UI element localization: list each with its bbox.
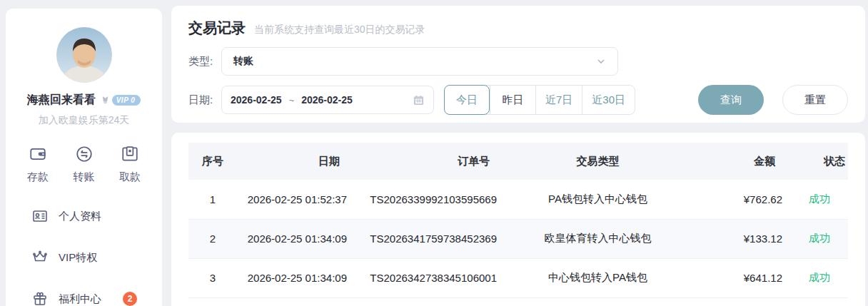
col-header-type: 交易类型 <box>507 143 689 180</box>
cell-index: 2 <box>188 219 237 258</box>
withdraw-action[interactable]: 取款 <box>119 145 141 184</box>
profile-label: 个人资料 <box>59 210 101 223</box>
date-range-input[interactable]: 2026-02-25 ~ 2026-02-25 <box>221 86 434 114</box>
search-button[interactable]: 查询 <box>698 85 764 115</box>
wallet-icon <box>29 145 47 165</box>
sidebar-item-profile[interactable]: 个人资料 <box>31 195 162 237</box>
deposit-label: 存款 <box>27 170 49 184</box>
table-header-row: 序号 日期 订单号 交易类型 金额 状态 <box>188 143 848 180</box>
withdraw-label: 取款 <box>119 170 141 184</box>
transaction-filter-panel: 交易记录 当前系统支持查询最近30日的交易记录 类型: 转账 日期: 2026-… <box>171 6 865 123</box>
vip-level-label: VIP 0 <box>112 95 141 106</box>
type-select-value: 转账 <box>233 55 253 68</box>
cell-date: 2026-02-25 01:34:09 <box>237 219 357 258</box>
username: 海燕回来看看 <box>27 93 96 108</box>
deposit-action[interactable]: 存款 <box>27 145 49 184</box>
reset-button[interactable]: 重置 <box>782 85 848 115</box>
quick-date-range-group: 今日 昨日 近7日 近30日 <box>444 85 635 115</box>
page-title: 交易记录 <box>188 19 246 38</box>
status-badge: 成功 <box>792 258 848 297</box>
table-row: 3 2026-02-25 01:34:09 TS2026342738345106… <box>188 258 848 297</box>
cell-type: 欧皇体育转入中心钱包 <box>507 219 689 258</box>
welfare-center-label: 福利中心 <box>59 292 101 306</box>
gift-icon <box>31 290 49 306</box>
col-header-amount: 金额 <box>689 143 792 180</box>
status-badge: 成功 <box>792 219 848 258</box>
cell-date: 2026-02-25 01:52:37 <box>237 180 357 219</box>
wallet-actions: 存款 转账 取款 <box>6 145 162 184</box>
withdraw-icon <box>121 145 139 165</box>
date-separator: ~ <box>289 95 295 106</box>
date-filter-label: 日期: <box>188 93 221 107</box>
cell-order-no: TS2026339992103595669 <box>357 180 507 219</box>
col-header-date: 日期 <box>237 143 357 180</box>
col-header-status: 状态 <box>792 143 848 180</box>
quick-range-today[interactable]: 今日 <box>444 85 490 115</box>
cell-order-no: TS2026342738345106001 <box>357 258 507 297</box>
crown-icon <box>31 249 49 266</box>
date-to-value: 2026-02-25 <box>301 94 353 106</box>
quick-range-30days[interactable]: 近30日 <box>582 86 635 114</box>
cell-index: 3 <box>188 258 237 297</box>
transfer-action[interactable]: 转账 <box>74 145 95 184</box>
transaction-table-panel: 序号 日期 订单号 交易类型 金额 状态 1 2026-02-25 01:52:… <box>171 133 865 306</box>
type-select[interactable]: 转账 <box>221 47 618 76</box>
page-subtitle: 当前系统支持查询最近30日的交易记录 <box>254 24 425 36</box>
vip-badge[interactable]: VIP 0 <box>100 95 141 106</box>
join-days-text: 加入欧皇娱乐第24天 <box>6 114 162 127</box>
cell-amount: ¥641.12 <box>689 258 792 297</box>
sidebar-item-vip[interactable]: VIP特权 <box>31 237 162 278</box>
avatar-image <box>56 27 112 83</box>
cell-order-no: TS2026341759738452369 <box>357 219 507 258</box>
col-header-order: 订单号 <box>357 143 507 180</box>
user-sidebar: 海燕回来看看 VIP 0 加入欧皇娱乐第24天 存款 <box>6 9 162 306</box>
idcard-icon <box>31 208 49 225</box>
transfer-label: 转账 <box>74 170 95 184</box>
quick-range-yesterday[interactable]: 昨日 <box>490 86 535 114</box>
cell-amount: ¥762.62 <box>689 180 792 219</box>
col-header-index: 序号 <box>188 143 237 180</box>
avatar[interactable] <box>56 27 112 83</box>
sidebar-menu: 个人资料 VIP特权 福利中心 2 <box>6 195 162 306</box>
date-from-value: 2026-02-25 <box>231 94 282 106</box>
cell-amount: ¥133.12 <box>689 219 792 258</box>
cell-type: PA钱包转入中心钱包 <box>507 180 689 219</box>
cell-date: 2026-02-25 01:34:09 <box>237 258 357 297</box>
status-badge: 成功 <box>792 180 848 219</box>
sidebar-item-welfare[interactable]: 福利中心 2 <box>31 278 162 306</box>
calendar-icon <box>413 94 425 106</box>
transfer-icon <box>75 145 94 165</box>
welfare-notification-badge: 2 <box>123 292 137 306</box>
chevron-down-icon <box>596 56 606 66</box>
cell-index: 1 <box>188 180 237 219</box>
cell-type: 中心钱包转入PA钱包 <box>507 258 689 297</box>
table-row: 2 2026-02-25 01:34:09 TS2026341759738452… <box>188 219 848 258</box>
transaction-table: 序号 日期 订单号 交易类型 金额 状态 1 2026-02-25 01:52:… <box>188 143 848 298</box>
type-filter-label: 类型: <box>188 55 221 68</box>
vip-privileges-label: VIP特权 <box>59 251 97 265</box>
vip-medal-icon <box>100 95 111 106</box>
quick-range-7days[interactable]: 近7日 <box>535 86 582 114</box>
table-row: 1 2026-02-25 01:52:37 TS2026339992103595… <box>188 180 848 219</box>
